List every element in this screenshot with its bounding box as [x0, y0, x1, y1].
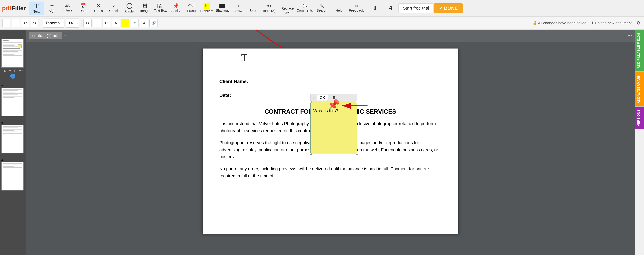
thumb-line [3, 167, 22, 168]
tool-replace[interactable]: ↔ Replacetext [279, 2, 296, 15]
page-delete-button[interactable]: 🗑 [13, 68, 17, 73]
thumb-line [3, 163, 22, 164]
resize-handle-bl[interactable] [310, 153, 312, 155]
tool-initials-label: Initials [63, 9, 72, 12]
page-4-number: 4 [1, 159, 3, 162]
resize-handle-tr[interactable] [356, 101, 358, 103]
italic-button[interactable]: I [93, 19, 101, 27]
thumb-line [3, 95, 18, 95]
tool-feedback[interactable]: ✉ Feedback [348, 2, 365, 15]
versions-button[interactable]: VERSIONS [636, 106, 644, 129]
tool-comments[interactable]: 💬 Comments [296, 2, 313, 15]
tool-sticky[interactable]: 📌 Sticky [168, 2, 184, 15]
page-thumb-1[interactable] [1, 39, 24, 68]
thumb-line [3, 53, 22, 53]
page-thumb-3[interactable] [1, 125, 24, 153]
sticky-pin: 📌 [328, 99, 340, 111]
image-icon: 🖼 [142, 4, 147, 8]
help-icon: ? [338, 4, 340, 8]
date-label: Date: [220, 93, 231, 98]
download-button[interactable]: ⬇ [368, 2, 383, 15]
tool-blackout[interactable]: Blackout [215, 2, 230, 15]
tool-arrow-label: Arrow [234, 9, 242, 13]
sticky-move-icon[interactable]: ⤢ [312, 96, 315, 100]
redo-button[interactable]: ↪ [31, 19, 39, 27]
tool-circle[interactable]: Circle [122, 2, 137, 15]
format-toolbar-right: 🔒 All changes have been saved. ⬆ Upload … [532, 20, 642, 26]
document-tab[interactable]: contract(1).pdf [29, 32, 62, 39]
thumb-4-inner [2, 162, 23, 190]
done-button[interactable]: ✓ DONE [434, 3, 463, 13]
tool-initials[interactable]: JS Initials [60, 2, 75, 15]
upload-button[interactable]: ⬆ Upload new document [591, 21, 632, 25]
resize-handle-tl[interactable] [310, 101, 312, 103]
text-color-button[interactable] [121, 19, 129, 27]
sticky-icon: 📌 [173, 4, 179, 8]
tool-image-label: Image [140, 9, 150, 13]
page-thumb-4[interactable] [1, 162, 24, 190]
format-toolbar: ☰ ⊞ ↩ ↪ Tahoma 14 B I U A ≡ ⬍ 🔗 🔒 All ch… [0, 17, 644, 30]
tool-help[interactable]: ? Help [331, 2, 348, 15]
saved-text-label: All changes have been saved. [538, 21, 588, 25]
check-icon: ✓ [112, 4, 116, 8]
tool-cross[interactable]: ✕ Cross [91, 2, 106, 15]
sticky-text-input[interactable]: What is this? [313, 105, 354, 151]
sticky-note[interactable]: 📌 What is this? [310, 102, 358, 154]
add-page-button[interactable]: + [10, 74, 15, 79]
feedback-icon: ✉ [355, 4, 358, 8]
tool-image[interactable]: 🖼 Image [137, 2, 152, 15]
tool-highlight[interactable]: H Highlight [199, 2, 214, 15]
font-size-select[interactable]: 14 [66, 19, 79, 28]
underline-button[interactable]: U [102, 19, 110, 27]
sticky-ok-button[interactable]: OK [317, 95, 328, 101]
tool-highlight-label: Highlight [200, 9, 214, 13]
start-trial-button[interactable]: Start free trial [398, 3, 434, 13]
blackout-icon [220, 4, 225, 8]
undo-button[interactable]: ↩ [21, 19, 29, 27]
tool-search[interactable]: 🔍 Search [314, 2, 330, 15]
tool-sign[interactable]: ✒ Sign [44, 2, 60, 15]
tool-arrow[interactable]: → Arrow [230, 2, 245, 15]
add-fillable-fields-button[interactable]: ADD FILLABLE FIELDS [636, 30, 644, 71]
tab-menu-button[interactable]: ••• [628, 33, 632, 38]
resize-handle-br[interactable] [356, 153, 358, 155]
thumb-4-lines [2, 162, 23, 170]
add-tab-button[interactable]: + [64, 33, 66, 38]
page-thumb-2[interactable] [1, 88, 24, 116]
tool-line[interactable]: — Line [246, 2, 261, 15]
thumb-line [3, 97, 14, 98]
print-button[interactable]: 🖨 [383, 2, 398, 15]
tool-check[interactable]: ✓ Check [106, 2, 122, 15]
settings-button[interactable]: ⚙ [635, 20, 642, 26]
tool-feedback-label: Feedback [349, 9, 364, 13]
bold-button[interactable]: B [84, 19, 92, 27]
thumb-line [3, 50, 22, 51]
align-button[interactable]: ≡ [130, 19, 139, 27]
thumb-line [3, 43, 22, 43]
document-area[interactable]: contract(1).pdf + ••• T Client Name: Dat… [26, 30, 635, 255]
font-family-select[interactable]: Tahoma [43, 19, 64, 28]
tool-sticky-label: Sticky [171, 9, 180, 13]
thumb-line [3, 48, 20, 49]
page-view-button[interactable]: ⊞ [12, 19, 20, 27]
tool-date[interactable]: 📅 Date [76, 2, 90, 15]
tool-erase[interactable]: ⌫ Erase [184, 2, 199, 15]
upload-icon: ⬆ [591, 21, 594, 25]
saved-status: 🔒 All changes have been saved. [532, 21, 588, 25]
top-toolbar: pdfFiller T Text ✒ Sign JS Initials 📅 Da… [0, 0, 644, 17]
tool-text[interactable]: T Text [29, 2, 44, 15]
sidebar-toggle-button[interactable]: ☰ [2, 19, 10, 27]
vertical-align-button[interactable]: ⬍ [140, 19, 148, 27]
thumb-3-inner [2, 125, 23, 153]
page-more-button[interactable]: ••• [19, 68, 23, 73]
add-watermark-button[interactable]: ADD WATERMARK [636, 71, 644, 106]
contract-paragraph-3: No part of any order, including previews… [220, 165, 442, 179]
text-align-button[interactable]: A [112, 19, 120, 27]
tool-textbox[interactable]: @ Text Box [153, 2, 168, 15]
link-button[interactable]: 🔗 [150, 19, 158, 27]
tool-tools[interactable]: ••• Tools (2) [261, 2, 276, 15]
page-down-button[interactable]: ▼ [8, 68, 12, 73]
pdf-page: T Client Name: Date: CONTRACT FOR PHOTOG… [202, 49, 458, 234]
line-icon: — [252, 4, 255, 8]
page-up-button[interactable]: ▲ [3, 68, 7, 73]
